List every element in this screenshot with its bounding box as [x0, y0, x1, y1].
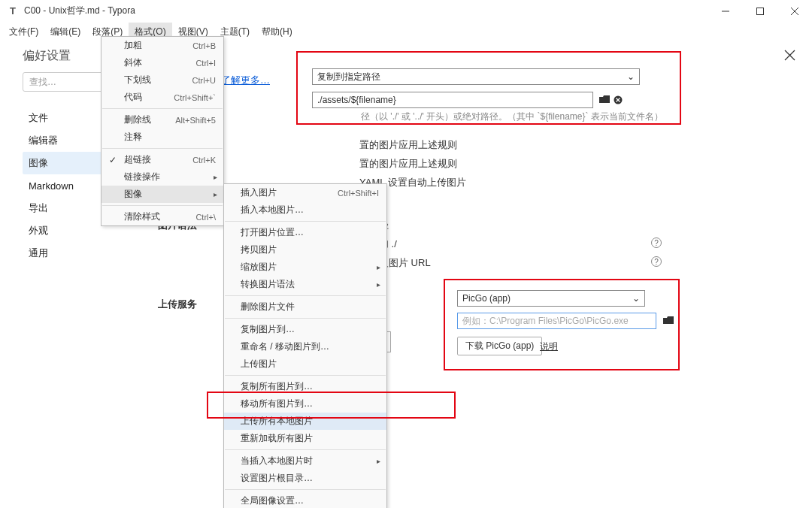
close-button[interactable]	[777, 0, 812, 23]
chevron-down-icon: ⌄	[627, 71, 635, 82]
submenu-convert-syntax[interactable]: 转换图片语法	[224, 276, 386, 293]
menu-item-image[interactable]: 图像	[102, 186, 223, 203]
submenu-insert-local-image[interactable]: 插入本地图片…	[224, 201, 386, 219]
submenu-copy-image-to[interactable]: 复制图片到…	[224, 321, 386, 338]
picgo-path-placeholder: 例如：C:\Program Files\PicGo\PicGo.exe	[462, 315, 629, 328]
download-picgo-button[interactable]: 下载 PicGo (app)	[457, 337, 542, 355]
menu-separator	[225, 449, 386, 450]
menu-item-italic[interactable]: 斜体Ctrl+I	[102, 54, 223, 71]
submenu-insert-image[interactable]: 插入图片Ctrl+Shift+I	[224, 184, 386, 201]
submenu-zoom-image[interactable]: 缩放图片	[224, 259, 386, 276]
folder-icon[interactable]	[662, 315, 674, 327]
menu-separator	[102, 205, 223, 206]
menu-help[interactable]: 帮助(H)	[256, 23, 298, 41]
upload-dropdown-value: PicGo (app)	[462, 293, 511, 304]
menu-item-bold[interactable]: 加粗Ctrl+B	[102, 37, 223, 54]
rule-line-2: 置的图片应用上述规则	[359, 157, 457, 171]
menu-separator	[225, 375, 386, 376]
title-bar: T C00 - Unix哲学.md - Typora	[0, 0, 812, 23]
folder-icon[interactable]	[598, 94, 611, 106]
picgo-path-input[interactable]: 例如：C:\Program Files\PicGo\PicGo.exe	[457, 313, 656, 329]
submenu-set-image-root[interactable]: 设置图片根目录…	[224, 470, 386, 487]
menu-item-code[interactable]: 代码Ctrl+Shift+`	[102, 89, 223, 106]
menu-separator	[225, 295, 386, 296]
sidebar-item-general[interactable]: 通用	[23, 242, 150, 265]
menu-item-comment[interactable]: 注释	[102, 129, 223, 146]
svg-rect-1	[757, 8, 764, 15]
image-path-input[interactable]: ./assets/${filename}	[312, 92, 593, 108]
submenu-rename-move-to[interactable]: 重命名 / 移动图片到…	[224, 338, 386, 355]
menu-edit[interactable]: 编辑(E)	[44, 23, 86, 41]
submenu-copy-image[interactable]: 拷贝图片	[224, 241, 386, 259]
section-upload-service: 上传服务	[158, 298, 197, 311]
rule-line-1: 置的图片应用上述规则	[359, 138, 457, 152]
menu-separator	[102, 108, 223, 109]
menu-separator	[225, 318, 386, 319]
menu-item-hyperlink[interactable]: ✓超链接Ctrl+K	[102, 151, 223, 168]
annotation-box-3	[207, 392, 456, 419]
submenu-when-insert-local[interactable]: 当插入本地图片时	[224, 452, 386, 470]
chevron-down-icon: ⌄	[632, 293, 640, 304]
preferences-title: 偏好设置	[23, 48, 71, 64]
image-submenu: 插入图片Ctrl+Shift+I 插入本地图片… 打开图片位置… 拷贝图片 缩放…	[223, 183, 387, 508]
help-icon[interactable]: ?	[651, 237, 662, 248]
format-menu-dropdown: 加粗Ctrl+B 斜体Ctrl+I 下划线Ctrl+U 代码Ctrl+Shift…	[101, 36, 224, 226]
submenu-global-image-settings[interactable]: 全局图像设置…	[224, 492, 386, 508]
menu-item-strike[interactable]: 删除线Alt+Shift+5	[102, 111, 223, 129]
menu-item-link-ops[interactable]: 链接操作	[102, 168, 223, 186]
maximize-button[interactable]	[743, 0, 777, 23]
check-icon: ✓	[109, 155, 117, 165]
submenu-reload-all-images[interactable]: 重新加载所有图片	[224, 430, 386, 447]
clear-icon[interactable]	[612, 94, 624, 106]
submenu-open-image-location[interactable]: 打开图片位置…	[224, 224, 386, 241]
path-hint: 径（以 './' 或 '../' 开头）或绝对路径。（其中 `${filenam…	[361, 110, 663, 123]
minimize-button[interactable]	[708, 0, 743, 23]
window-title: C00 - Unix哲学.md - Typora	[24, 5, 135, 17]
menu-item-underline[interactable]: 下划线Ctrl+U	[102, 71, 223, 89]
app-logo: T	[6, 5, 20, 18]
path-value: ./assets/${filename}	[317, 95, 396, 105]
explain-link[interactable]: 说明	[540, 340, 558, 353]
menu-separator	[102, 148, 223, 149]
submenu-delete-image-file[interactable]: 删除图片文件	[224, 298, 386, 316]
learn-more-link[interactable]: 了解更多…	[221, 74, 270, 87]
submenu-upload-image[interactable]: 上传图片	[224, 355, 386, 373]
menu-file[interactable]: 文件(F)	[3, 23, 44, 41]
menu-separator	[225, 489, 386, 490]
menu-item-clear-style[interactable]: 清除样式Ctrl+\	[102, 208, 223, 225]
help-icon[interactable]: ?	[651, 256, 662, 267]
image-action-dropdown[interactable]: 复制到指定路径 ⌄	[312, 68, 640, 85]
upload-service-dropdown[interactable]: PicGo (app) ⌄	[457, 290, 645, 307]
dropdown-value: 复制到指定路径	[317, 71, 380, 83]
menu-separator	[225, 221, 386, 222]
window-controls	[708, 0, 812, 23]
close-preferences-button[interactable]	[784, 50, 795, 63]
